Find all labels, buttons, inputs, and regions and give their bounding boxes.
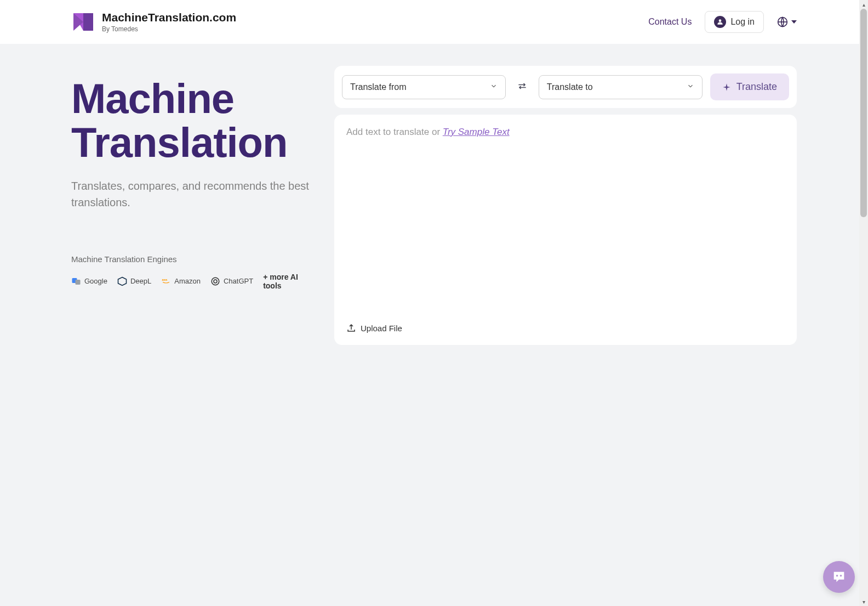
hero-title-line1: Machine [71,75,234,122]
engines-list: Google DeepL aws Amazon ChatGPT + m [71,273,312,290]
google-icon [71,276,81,286]
hero-subtitle: Translates, compares, and recommends the… [71,178,312,211]
deepl-icon [117,276,127,286]
logo-title: MachineTranslation.com [102,11,236,24]
header-right: Contact Us Log in [648,11,797,33]
globe-icon [777,16,788,27]
svg-rect-3 [76,280,81,285]
engine-label: Amazon [174,277,201,285]
translate-bar: Translate from Translate to [334,66,797,108]
right-section: Translate from Translate to [334,66,797,345]
logo-icon [71,11,95,33]
translate-button-label: Translate [736,81,777,93]
engines-label: Machine Translation Engines [71,254,312,264]
svg-point-8 [840,575,842,577]
placeholder-prefix: Add text to translate or [346,127,443,137]
contact-us-link[interactable]: Contact Us [648,17,692,27]
person-icon [714,16,726,28]
engine-chatgpt: ChatGPT [210,276,253,286]
hero-title: Machine Translation [71,77,312,165]
engine-label: ChatGPT [224,277,253,285]
upload-file-button[interactable]: Upload File [346,323,785,333]
chatgpt-icon [210,276,220,286]
upload-label: Upload File [361,324,402,333]
textarea-placeholder: Add text to translate or Try Sample Text [346,127,785,138]
svg-text:aws: aws [162,277,168,281]
logo-subtitle: By Tomedes [102,25,236,33]
hero-title-line2: Translation [71,119,287,166]
sparkle-icon [722,83,731,92]
engine-amazon: aws Amazon [161,276,201,286]
translate-button[interactable]: Translate [710,73,789,100]
scrollbar[interactable]: ▴ ▾ [859,0,868,606]
translate-to-select[interactable]: Translate to [539,75,703,99]
logo-text: MachineTranslation.com By Tomedes [102,11,236,33]
translate-from-label: Translate from [350,82,407,92]
chevron-down-icon [791,20,797,24]
header: MachineTranslation.com By Tomedes Contac… [0,0,868,44]
chevron-down-icon [687,82,694,92]
translate-from-select[interactable]: Translate from [342,75,506,99]
swap-languages-button[interactable] [513,77,531,97]
svg-point-7 [836,575,838,577]
svg-point-0 [719,19,722,22]
engine-label: Google [84,277,107,285]
chat-widget-button[interactable] [823,561,855,593]
try-sample-text-link[interactable]: Try Sample Text [443,127,510,137]
login-label: Log in [730,17,755,27]
left-section: Machine Translation Translates, compares… [71,66,312,345]
main-content: Machine Translation Translates, compares… [0,44,868,367]
logo-section[interactable]: MachineTranslation.com By Tomedes [71,11,236,33]
translate-text-area[interactable]: Add text to translate or Try Sample Text… [334,115,797,345]
amazon-icon: aws [161,276,171,286]
chevron-down-icon [490,82,498,92]
login-button[interactable]: Log in [705,11,764,33]
language-selector[interactable] [777,16,797,27]
svg-point-5 [212,277,219,285]
upload-icon [346,323,356,333]
scrollbar-thumb[interactable] [860,9,867,217]
more-ai-tools-link[interactable]: + more AI tools [263,273,312,290]
svg-point-6 [214,280,217,283]
scrollbar-arrow-down-icon[interactable]: ▾ [859,597,868,606]
translate-to-label: Translate to [547,82,593,92]
scrollbar-arrow-up-icon[interactable]: ▴ [859,0,868,9]
engine-deepl: DeepL [117,276,151,286]
engine-google: Google [71,276,107,286]
engine-label: DeepL [130,277,151,285]
